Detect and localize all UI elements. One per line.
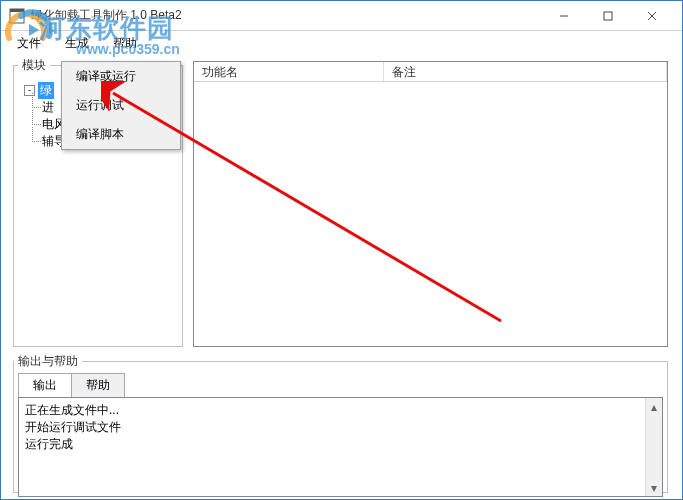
ctx-compile-or-run[interactable]: 编译或运行 (62, 62, 180, 91)
app-window: 绿化卸载工具制作 1.0 Beta2 文件 生成 帮助 模块 - 绿 进 电风扇… (0, 0, 683, 500)
modules-legend: 模块 (18, 57, 50, 74)
output-text: 正在生成文件中... 开始运行调试文件 运行完成 (19, 398, 662, 496)
window-controls (542, 2, 674, 30)
col-remark[interactable]: 备注 (384, 62, 667, 81)
list-header: 功能名 备注 (194, 62, 667, 82)
svg-rect-3 (604, 12, 612, 20)
context-menu: 编译或运行 运行调试 编译脚本 (61, 61, 181, 150)
ctx-compile-script[interactable]: 编译脚本 (62, 120, 180, 149)
titlebar: 绿化卸载工具制作 1.0 Beta2 (1, 1, 682, 31)
output-textarea[interactable]: 正在生成文件中... 开始运行调试文件 运行完成 ▴ ▾ (18, 397, 663, 497)
output-tabs: 输出 帮助 (18, 373, 667, 397)
scroll-down-icon[interactable]: ▾ (646, 479, 662, 496)
maximize-button[interactable] (586, 2, 630, 30)
menu-help[interactable]: 帮助 (103, 33, 147, 54)
tab-output[interactable]: 输出 (18, 373, 72, 397)
menu-build[interactable]: 生成 (55, 33, 99, 54)
app-icon (9, 8, 25, 24)
scrollbar-vertical[interactable]: ▴ ▾ (645, 398, 662, 496)
menu-file[interactable]: 文件 (7, 33, 51, 54)
minimize-button[interactable] (542, 2, 586, 30)
svg-rect-1 (10, 9, 24, 12)
close-button[interactable] (630, 2, 674, 30)
menubar: 文件 生成 帮助 (1, 31, 682, 55)
window-title: 绿化卸载工具制作 1.0 Beta2 (31, 7, 542, 24)
output-panel: 输出与帮助 输出 帮助 正在生成文件中... 开始运行调试文件 运行完成 ▴ ▾ (13, 353, 668, 493)
scroll-up-icon[interactable]: ▴ (646, 398, 662, 415)
col-function-name[interactable]: 功能名 (194, 62, 384, 81)
output-legend: 输出与帮助 (14, 353, 82, 370)
ctx-run-debug[interactable]: 运行调试 (62, 91, 180, 120)
function-list[interactable]: 功能名 备注 (193, 61, 668, 347)
tab-help[interactable]: 帮助 (71, 373, 125, 397)
